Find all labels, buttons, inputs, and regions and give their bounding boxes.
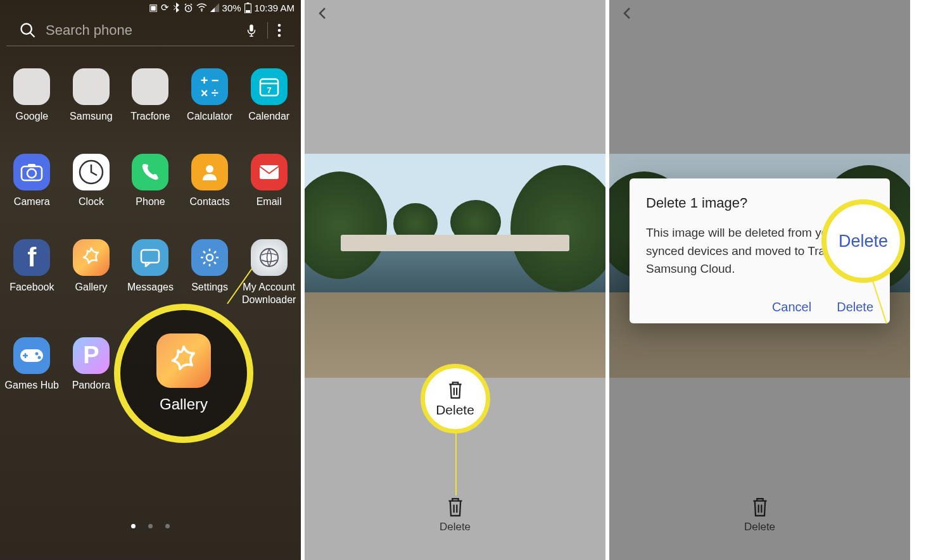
mic-icon[interactable] xyxy=(244,23,258,37)
trash-icon xyxy=(447,380,464,399)
wifi-icon xyxy=(196,3,207,12)
status-bar: ▣ ⟳ 30% 10:39 AM xyxy=(0,0,301,15)
cloud-sync-icon: ⟳ xyxy=(161,2,169,13)
search-icon xyxy=(19,22,37,39)
folder-icon xyxy=(13,68,50,105)
signal-icon xyxy=(210,3,219,12)
app-pandora[interactable]: P Pandora xyxy=(63,337,120,391)
svg-point-8 xyxy=(278,29,281,32)
app-calculator[interactable]: + −× ÷ Calculator xyxy=(181,68,239,122)
email-icon xyxy=(251,154,288,190)
clock-time: 10:39 AM xyxy=(255,3,294,13)
calendar-icon: 7 xyxy=(251,68,288,105)
phone-icon xyxy=(132,154,168,190)
app-games-hub[interactable]: Games Hub xyxy=(3,337,61,391)
app-clock[interactable]: Clock xyxy=(63,154,120,208)
folder-icon xyxy=(132,68,168,105)
app-facebook[interactable]: f Facebook xyxy=(3,239,61,305)
svg-rect-6 xyxy=(250,25,253,32)
cancel-button[interactable]: Cancel xyxy=(772,300,811,314)
svg-rect-4 xyxy=(246,10,250,13)
dot[interactable] xyxy=(148,524,153,528)
delete-confirm-dialog: Delete 1 image? This image will be delet… xyxy=(630,178,890,323)
search-placeholder: Search phone xyxy=(46,22,244,39)
dot[interactable] xyxy=(165,524,170,528)
app-calendar[interactable]: 7 Calendar xyxy=(240,68,298,122)
contacts-icon xyxy=(191,154,228,190)
games-icon xyxy=(13,337,50,374)
app-gallery[interactable]: Gallery xyxy=(63,239,120,305)
battery-saver-icon: ▣ xyxy=(149,2,158,13)
app-messages[interactable]: Messages xyxy=(122,239,179,305)
svg-point-5 xyxy=(22,24,32,34)
page-indicator xyxy=(0,524,301,528)
svg-point-1 xyxy=(201,10,202,11)
app-account-downloader[interactable]: My Account Downloader xyxy=(240,239,298,305)
app-contacts[interactable]: Contacts xyxy=(181,154,239,208)
delete-dialog-screen: Delete 1 image? This image will be delet… xyxy=(609,0,910,560)
app-camera[interactable]: Camera xyxy=(3,154,61,208)
svg-point-13 xyxy=(27,169,36,178)
gallery-icon xyxy=(73,239,110,276)
svg-rect-17 xyxy=(260,165,279,179)
bluetooth-icon xyxy=(172,3,180,13)
pandora-icon: P xyxy=(73,337,110,374)
clock-icon xyxy=(73,154,110,190)
svg-point-7 xyxy=(278,24,281,27)
alarm-icon xyxy=(184,3,193,13)
svg-text:7: 7 xyxy=(267,85,271,95)
battery-icon xyxy=(244,3,251,13)
app-grid: Google Samsung Tracfone + −× ÷ Calculato… xyxy=(0,49,301,391)
svg-rect-18 xyxy=(141,250,159,263)
svg-point-16 xyxy=(206,165,213,173)
back-button[interactable] xyxy=(621,6,635,23)
app-email[interactable]: Email xyxy=(240,154,298,208)
calculator-icon: + −× ÷ xyxy=(191,68,228,105)
svg-point-9 xyxy=(278,34,281,37)
app-drawer-screen: ▣ ⟳ 30% 10:39 AM Search phone xyxy=(0,0,301,560)
camera-icon xyxy=(13,154,50,190)
trash-icon xyxy=(446,496,464,518)
battery-pct: 30% xyxy=(222,3,241,13)
dot[interactable] xyxy=(131,524,136,528)
dialog-title: Delete 1 image? xyxy=(646,195,873,211)
app-phone[interactable]: Phone xyxy=(122,154,179,208)
delete-confirm-button[interactable]: Delete xyxy=(837,300,873,314)
app-tracfone-folder[interactable]: Tracfone xyxy=(122,68,179,122)
app-samsung-folder[interactable]: Samsung xyxy=(63,68,120,122)
svg-point-19 xyxy=(206,254,213,261)
app-settings[interactable]: Settings xyxy=(181,239,239,305)
svg-point-22 xyxy=(35,352,39,355)
gallery-image-screen: Delete Delete xyxy=(305,0,605,560)
separator xyxy=(267,22,268,39)
app-google-folder[interactable]: Google xyxy=(3,68,61,122)
more-icon[interactable] xyxy=(277,23,282,37)
folder-icon xyxy=(73,68,110,105)
photo-preview[interactable] xyxy=(305,154,605,378)
dialog-body: This image will be deleted from your syn… xyxy=(646,224,873,278)
messages-icon xyxy=(132,239,168,276)
search-bar[interactable]: Search phone xyxy=(6,18,294,46)
svg-point-20 xyxy=(260,249,278,266)
svg-point-23 xyxy=(38,356,41,359)
delete-action[interactable]: Delete xyxy=(305,496,605,533)
facebook-icon: f xyxy=(13,239,50,276)
svg-rect-14 xyxy=(28,164,35,167)
settings-icon xyxy=(191,239,228,276)
back-button[interactable] xyxy=(316,6,330,23)
account-icon xyxy=(251,239,288,276)
